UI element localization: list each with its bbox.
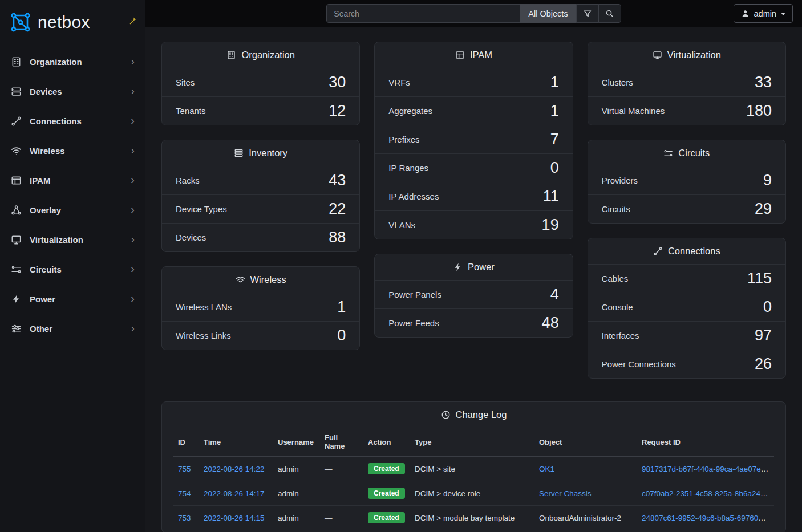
stat-value[interactable]: 4 (550, 286, 559, 303)
stat-label[interactable]: Power Panels (388, 290, 441, 299)
stat-value[interactable]: 0 (337, 327, 346, 344)
stat-label[interactable]: Wireless Links (176, 331, 231, 340)
stat-label[interactable]: Prefixes (388, 135, 419, 144)
stat-label[interactable]: Sites (176, 78, 195, 87)
stat-value[interactable]: 11 (543, 188, 559, 205)
building-icon (226, 50, 236, 60)
sidebar-item-connections[interactable]: Connections › (0, 106, 145, 136)
stat-label[interactable]: VRFs (388, 78, 410, 87)
lightning-icon (453, 262, 463, 272)
ipam-table-icon (10, 174, 22, 186)
stat-label[interactable]: IP Addresses (388, 192, 439, 201)
pin-icon[interactable] (128, 16, 137, 25)
stat-row: Aggregates 1 (375, 96, 572, 125)
stat-value[interactable]: 0 (763, 298, 772, 316)
stat-value[interactable]: 22 (329, 200, 346, 218)
sidebar-item-circuits[interactable]: Circuits › (0, 254, 145, 284)
stat-value[interactable]: 19 (542, 216, 559, 234)
funnel-icon (583, 9, 592, 18)
request-id-link[interactable]: 9817317d-b67f-440a-99ca-4ae07ede94df (642, 465, 774, 473)
cell-type: DCIM > device role (410, 481, 534, 506)
search-input[interactable] (326, 4, 520, 23)
cell-object: OK1 (534, 457, 637, 481)
stat-label[interactable]: Cables (602, 274, 629, 283)
stat-label[interactable]: Aggregates (388, 106, 432, 116)
changelog-id-link[interactable]: 754 (178, 489, 191, 498)
chevron-right-icon: › (131, 204, 135, 217)
stat-value[interactable]: 115 (747, 270, 772, 287)
monitor-icon (653, 50, 662, 60)
object-link[interactable]: Server Chassis (539, 489, 592, 498)
brand[interactable]: netbox (0, 0, 145, 44)
sidebar-item-power[interactable]: Power › (0, 284, 145, 314)
stat-label[interactable]: Device Types (176, 204, 227, 214)
stat-label[interactable]: Power Feeds (388, 318, 439, 328)
sidebar-item-devices[interactable]: Devices › (0, 76, 145, 106)
changelog-time-link[interactable]: 2022-08-26 14:17 (204, 489, 265, 498)
stat-label[interactable]: Tenants (176, 106, 206, 116)
table-row: 755 2022-08-26 14:22 admin — Created DCI… (173, 457, 774, 481)
server-icon (10, 86, 22, 97)
stat-row: Racks 43 (162, 166, 359, 194)
sidebar-item-ipam[interactable]: IPAM › (0, 165, 145, 195)
stat-value[interactable]: 9 (763, 172, 772, 189)
card-title: Connections (668, 246, 720, 257)
stat-label[interactable]: Console (602, 302, 633, 312)
stat-value[interactable]: 33 (755, 74, 772, 91)
search-button[interactable] (598, 4, 621, 23)
object-type-button[interactable]: All Objects (520, 4, 576, 23)
cell-object: Server Chassis (534, 481, 637, 506)
card-header: Connections (588, 238, 785, 264)
user-menu-button[interactable]: admin (734, 4, 793, 23)
stat-label[interactable]: Circuits (602, 204, 630, 214)
stat-row: VLANs 19 (375, 210, 572, 239)
sidebar-item-virtualization[interactable]: Virtualization › (0, 225, 145, 254)
changelog-id-link[interactable]: 755 (178, 465, 191, 473)
request-id-link[interactable]: c07f0ab2-2351-4c58-825a-8b6a2425a1ab (642, 489, 774, 498)
stat-value[interactable]: 43 (329, 172, 346, 189)
object-link[interactable]: OK1 (539, 465, 554, 473)
card-wireless: Wireless Wireless LANs 1 Wireless Links … (161, 266, 360, 350)
stat-row: Virtual Machines 180 (588, 96, 785, 125)
stat-row: Sites 30 (162, 68, 359, 96)
card-title: Wireless (250, 274, 286, 285)
changelog-header: Change Log (162, 402, 785, 428)
stat-label[interactable]: Power Connections (602, 359, 676, 369)
stat-value[interactable]: 1 (550, 102, 559, 120)
stat-value[interactable]: 12 (329, 102, 346, 120)
sidebar-item-other[interactable]: Other › (0, 314, 145, 343)
stat-label[interactable]: IP Ranges (388, 163, 428, 173)
stat-value[interactable]: 48 (542, 314, 559, 332)
sidebar-item-wireless[interactable]: Wireless › (0, 136, 145, 165)
cell-username: admin (273, 506, 320, 530)
stat-value[interactable]: 88 (329, 229, 346, 246)
stat-label[interactable]: Devices (176, 233, 206, 242)
stat-value[interactable]: 30 (329, 74, 346, 91)
stat-label[interactable]: Wireless LANs (176, 302, 232, 312)
stat-value[interactable]: 180 (746, 102, 772, 120)
stat-label[interactable]: Interfaces (602, 331, 639, 340)
stat-label[interactable]: Providers (602, 176, 638, 185)
stat-value[interactable]: 26 (755, 355, 772, 373)
stat-label[interactable]: Virtual Machines (602, 106, 665, 116)
stat-value[interactable]: 97 (755, 327, 772, 344)
stat-value[interactable]: 1 (550, 74, 559, 91)
stat-label[interactable]: Clusters (602, 78, 633, 87)
request-id-link[interactable]: 24807c61-9952-49c6-b8a5-69760bfcc4b3 (642, 514, 774, 522)
filter-button[interactable] (576, 4, 599, 23)
sidebar-item-overlay[interactable]: Overlay › (0, 195, 145, 225)
stat-label[interactable]: VLANs (388, 220, 415, 230)
stat-value[interactable]: 1 (337, 298, 346, 316)
stat-value[interactable]: 29 (755, 200, 772, 218)
stat-label[interactable]: Racks (176, 176, 200, 185)
global-search: All Objects (326, 4, 621, 23)
changelog-time-link[interactable]: 2022-08-26 14:22 (204, 465, 265, 473)
col-header-fullname: Full Name (320, 428, 363, 457)
sidebar-item-organization[interactable]: Organization › (0, 47, 145, 76)
changelog-time-link[interactable]: 2022-08-26 14:15 (204, 514, 265, 522)
stat-value[interactable]: 0 (550, 159, 559, 177)
stat-value[interactable]: 7 (550, 131, 559, 148)
stat-row: Wireless LANs 1 (162, 293, 359, 321)
dashboard-grid: Organization Sites 30 Tenants 12 Invento… (161, 42, 786, 379)
changelog-id-link[interactable]: 753 (178, 514, 191, 522)
